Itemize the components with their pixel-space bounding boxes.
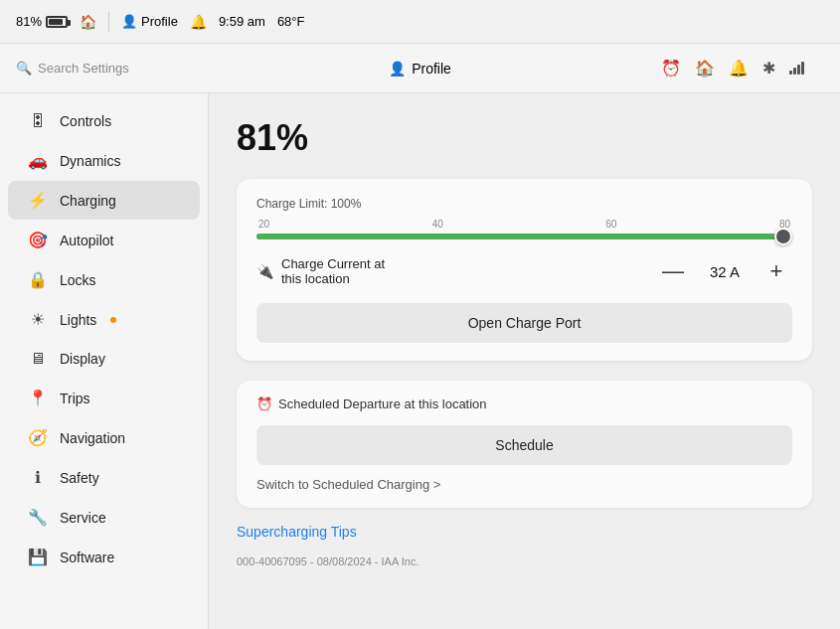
slider-label-20: 20 <box>258 219 269 230</box>
charge-limit-fill <box>256 234 792 239</box>
battery-icon <box>46 16 68 28</box>
software-icon: 💾 <box>28 548 48 566</box>
sidebar-item-service[interactable]: 🔧 Service <box>8 498 200 537</box>
navigation-icon: 🧭 <box>28 428 48 447</box>
home-nav-icon[interactable]: 🏠 <box>695 59 715 78</box>
trips-icon: 📍 <box>28 389 48 407</box>
charge-limit-label: Charge Limit: 100% <box>256 197 792 211</box>
top-nav: 🔍 Search Settings 👤 Profile ⏰ 🏠 🔔 ✱ <box>0 44 840 93</box>
sidebar-item-dynamics[interactable]: 🚗 Dynamics <box>8 141 200 180</box>
slider-labels: 20 40 60 80 <box>256 219 792 230</box>
content-area: 81% Charge Limit: 100% 20 40 60 80 🔌 <box>209 93 840 629</box>
sidebar-label-autopilot: Autopilot <box>60 233 113 248</box>
sidebar-label-display: Display <box>60 351 105 367</box>
nav-profile-label: Profile <box>412 61 451 77</box>
charge-current-row: 🔌 Charge Current atthis location — 32 A … <box>256 255 792 287</box>
sidebar-item-charging[interactable]: ⚡ Charging <box>8 181 200 220</box>
sidebar-item-locks[interactable]: 🔒 Locks <box>8 260 200 299</box>
dynamics-icon: 🚗 <box>28 151 48 170</box>
decrease-current-button[interactable]: — <box>657 255 689 287</box>
profile-icon: 👤 <box>121 14 137 29</box>
sidebar-item-lights[interactable]: ☀ Lights <box>8 300 200 339</box>
home-icon: 🏠 <box>80 14 96 30</box>
sidebar-label-lights: Lights <box>60 312 96 328</box>
lights-dot <box>110 317 116 323</box>
sidebar-label-navigation: Navigation <box>60 430 125 446</box>
sidebar-item-autopilot[interactable]: 🎯 Autopilot <box>8 221 200 259</box>
sidebar-label-charging: Charging <box>60 193 116 209</box>
clock-icon: ⏰ <box>256 396 272 411</box>
battery-percent: 81% <box>16 14 42 29</box>
status-time: 9:59 am <box>219 14 265 29</box>
sidebar-label-locks: Locks <box>60 272 96 288</box>
plug-icon: 🔌 <box>256 263 273 279</box>
bell-nav-icon[interactable]: 🔔 <box>729 59 749 78</box>
search-icon: 🔍 <box>16 61 32 76</box>
charge-card: Charge Limit: 100% 20 40 60 80 🔌 Charge … <box>237 179 812 361</box>
safety-icon: ℹ <box>28 468 48 487</box>
battery-info: 81% <box>16 14 68 29</box>
display-icon: 🖥 <box>28 350 48 368</box>
switch-to-charging-link[interactable]: Switch to Scheduled Charging > <box>256 477 792 492</box>
charging-icon: ⚡ <box>28 191 48 210</box>
charge-current-value: 32 A <box>705 263 745 280</box>
scheduled-title-text: Scheduled Departure at this location <box>278 396 487 411</box>
search-placeholder: Search Settings <box>38 61 129 76</box>
main-layout: 🎛 Controls 🚗 Dynamics ⚡ Charging 🎯 Autop… <box>0 93 840 629</box>
sidebar-item-display[interactable]: 🖥 Display <box>8 340 200 378</box>
status-temp: 68°F <box>277 14 305 29</box>
footer-text: 000-40067095 - 08/08/2024 - IAA Inc. <box>237 555 812 567</box>
slider-label-60: 60 <box>605 219 616 230</box>
alarm-nav-icon[interactable]: ⏰ <box>661 59 681 78</box>
sidebar-label-safety: Safety <box>60 470 99 486</box>
controls-icon: 🎛 <box>28 112 48 130</box>
sidebar-item-navigation[interactable]: 🧭 Navigation <box>8 418 200 457</box>
lights-icon: ☀ <box>28 310 48 329</box>
sidebar-label-dynamics: Dynamics <box>60 153 120 169</box>
charge-current-label: 🔌 Charge Current atthis location <box>256 256 647 286</box>
sidebar-item-software[interactable]: 💾 Software <box>8 538 200 576</box>
autopilot-icon: 🎯 <box>28 231 48 249</box>
charge-limit-slider-wrapper: 20 40 60 80 <box>256 219 792 239</box>
sidebar-label-trips: Trips <box>60 391 90 406</box>
sidebar-label-software: Software <box>60 550 114 565</box>
sidebar-item-safety[interactable]: ℹ Safety <box>8 458 200 497</box>
service-icon: 🔧 <box>28 508 48 527</box>
scheduled-title: ⏰ Scheduled Departure at this location <box>256 396 792 411</box>
sidebar: 🎛 Controls 🚗 Dynamics ⚡ Charging 🎯 Autop… <box>0 93 209 629</box>
divider <box>108 12 109 32</box>
search-area[interactable]: 🔍 Search Settings <box>16 61 129 76</box>
charge-limit-track[interactable] <box>256 234 792 239</box>
nav-profile[interactable]: 👤 Profile <box>389 61 451 77</box>
status-bar: 81% 🏠 👤 Profile 🔔 9:59 am 68°F <box>0 0 840 44</box>
slider-label-40: 40 <box>432 219 443 230</box>
sidebar-item-trips[interactable]: 📍 Trips <box>8 379 200 417</box>
charge-current-text: Charge Current atthis location <box>281 256 385 286</box>
charge-percent: 81% <box>237 117 812 159</box>
sidebar-label-controls: Controls <box>60 113 111 129</box>
signal-icon <box>789 61 804 75</box>
scheduled-departure-section: ⏰ Scheduled Departure at this location S… <box>237 381 812 508</box>
nav-icons: ⏰ 🏠 🔔 ✱ <box>641 44 824 93</box>
locks-icon: 🔒 <box>28 270 48 289</box>
status-profile-label: Profile <box>141 14 178 29</box>
schedule-button[interactable]: Schedule <box>256 425 792 465</box>
charge-limit-thumb[interactable] <box>774 228 792 245</box>
open-charge-port-button[interactable]: Open Charge Port <box>256 303 792 343</box>
bluetooth-nav-icon[interactable]: ✱ <box>762 59 775 78</box>
status-profile: 👤 Profile <box>121 14 178 29</box>
sidebar-item-controls[interactable]: 🎛 Controls <box>8 102 200 140</box>
alarm-icon-status: 🔔 <box>190 14 207 30</box>
nav-profile-icon: 👤 <box>389 61 406 77</box>
supercharging-tips-link[interactable]: Supercharging Tips <box>237 524 812 540</box>
sidebar-label-service: Service <box>60 510 106 526</box>
charge-control: — 32 A + <box>657 255 792 287</box>
increase-current-button[interactable]: + <box>760 255 792 287</box>
